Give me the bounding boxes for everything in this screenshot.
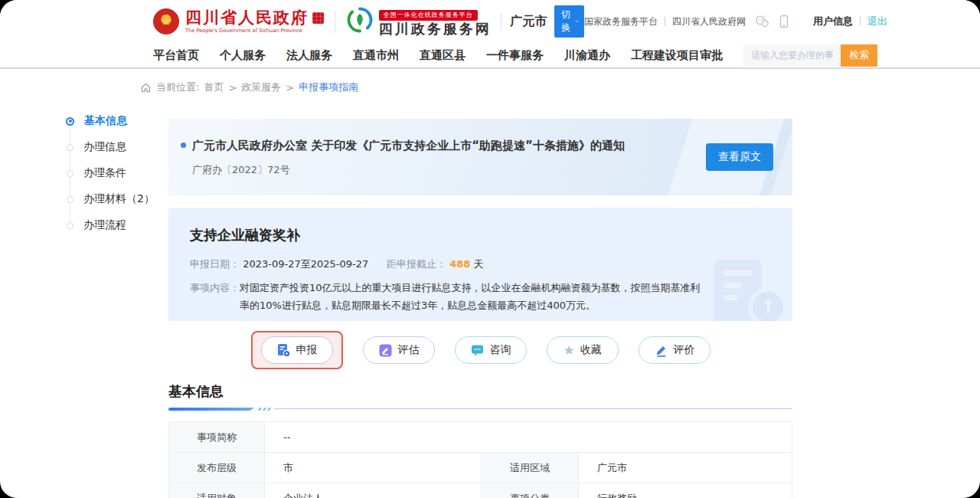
- basic-info-section-title: 基本信息: [168, 382, 792, 401]
- breadcrumb-home[interactable]: 首页: [204, 80, 224, 94]
- content-label: 事项内容：: [190, 280, 240, 315]
- search-button[interactable]: 检索: [841, 44, 877, 67]
- target-value-cell: 企业法人: [265, 483, 482, 498]
- category-label-cell: 事项分类: [482, 483, 579, 498]
- sidebar-item-conditions[interactable]: 办理条件: [66, 160, 158, 186]
- site-name: 四川政务服务网: [379, 21, 492, 38]
- chevron-down-icon: [575, 19, 579, 24]
- sidebar-item-handling-info[interactable]: 办理信息: [66, 134, 158, 160]
- action-button-row: 申报 评估 咨询 ★ 收藏: [168, 329, 792, 372]
- nav-item-legal-person[interactable]: 法人服务: [286, 48, 332, 63]
- current-city: 广元市: [510, 14, 547, 30]
- abbr-label-cell: 事项简称: [169, 422, 265, 453]
- favorite-button[interactable]: ★ 收藏: [547, 336, 619, 364]
- view-original-button[interactable]: 查看原文: [706, 143, 773, 171]
- deadline-unit: 天: [473, 258, 483, 270]
- breadcrumb-separator: >: [228, 82, 237, 93]
- region-value-cell: 广元市: [579, 453, 792, 483]
- assess-button[interactable]: 评估: [363, 336, 435, 364]
- step-icon: [67, 170, 74, 177]
- divider: [335, 10, 335, 33]
- apply-date-label: 申报日期：: [190, 258, 240, 270]
- level-label-cell: 发布层级: [169, 453, 265, 483]
- brand-area: ★ 四川省人民政府 The People's Government of Sic…: [153, 5, 584, 38]
- policy-content-row: 事项内容： 对固定资产投资10亿元以上的重大项目进行贴息支持，以企业在金融机构融…: [190, 280, 703, 315]
- declare-button[interactable]: 申报: [261, 336, 333, 364]
- breadcrumb-current: 申报事项指南: [299, 80, 358, 94]
- page: ★ 四川省人民政府 The People's Government of Sic…: [0, 0, 980, 498]
- content-text: 对固定资产投资10亿元以上的重大项目进行贴息支持，以企业在金融机构融资额为基数，…: [240, 280, 703, 315]
- sidebar-item-materials[interactable]: 办理材料（2）: [66, 186, 158, 212]
- category-value-cell: 行政奖励: [579, 483, 792, 498]
- breadcrumb-policy-service[interactable]: 政策服务: [241, 80, 281, 94]
- section-sidebar: 基本信息 办理信息 办理条件 办理材料（2） 办理流程: [66, 108, 158, 238]
- table-row: 发布层级 市 适用区域 广元市: [169, 453, 792, 483]
- sidebar-item-process[interactable]: 办理流程: [66, 212, 158, 238]
- deadline-label: 距申报截止：: [387, 258, 446, 270]
- policy-meta-row: 申报日期： 2023-09-27至2025-09-27 距申报截止： 488 天: [190, 257, 771, 271]
- breadcrumb-prefix: 当前位置:: [156, 80, 199, 94]
- seal-icon: [312, 12, 324, 24]
- service-network-text: 全国一体化在线政务服务平台 四川政务服务网: [379, 5, 492, 37]
- home-icon: [140, 82, 152, 93]
- divider: [665, 17, 665, 26]
- nav-item-personal[interactable]: 个人服务: [220, 48, 266, 63]
- consult-button[interactable]: 咨询: [455, 336, 527, 364]
- table-row: 适用对象 企业法人 事项分类 行政奖励: [169, 483, 792, 498]
- divider: [860, 17, 861, 26]
- notice-title: 广元市人民政府办公室 关于印发《广元市支持企业上市“助跑提速”十条措施》的通知: [192, 139, 625, 154]
- step-icon: [67, 144, 74, 151]
- abbr-value-cell: --: [265, 422, 792, 453]
- pencil-icon: [654, 343, 668, 358]
- top-header: ★ 四川省人民政府 The People's Government of Sic…: [0, 0, 980, 43]
- national-platform-link[interactable]: 国家政务服务平台: [584, 15, 658, 28]
- assess-icon: [378, 343, 393, 358]
- divider: [501, 13, 501, 30]
- main-content: 广元市人民政府办公室 关于印发《广元市支持企业上市“助跑提速”十条措施》的通知 …: [168, 119, 792, 498]
- search-input[interactable]: [743, 44, 841, 67]
- sidebar-item-basic-info[interactable]: 基本信息: [66, 108, 158, 134]
- declare-document-icon: [276, 343, 291, 358]
- declare-button-highlight: 申报: [251, 331, 343, 369]
- city-switch-button[interactable]: 切换: [554, 5, 584, 38]
- nav-item-construction[interactable]: 工程建设项目审批: [631, 48, 723, 63]
- policy-title: 支持企业融资奖补: [190, 226, 771, 244]
- nav-item-home[interactable]: 平台首页: [153, 48, 199, 63]
- star-icon: ★: [563, 344, 574, 357]
- apply-date-value: 2023-09-27至2025-09-27: [243, 258, 368, 270]
- service-network-logo-icon: [346, 6, 374, 37]
- banner-content: 广元市人民政府办公室 关于印发《广元市支持企业上市“助跑提速”十条措施》的通知 …: [168, 119, 792, 177]
- region-label-cell: 适用区域: [482, 453, 579, 483]
- breadcrumb-separator: >: [286, 82, 294, 93]
- review-button[interactable]: 评价: [639, 336, 710, 364]
- apply-date: 申报日期： 2023-09-27至2025-09-27: [190, 257, 387, 271]
- step-icon: [67, 222, 74, 229]
- deadline-days: 488: [449, 258, 470, 270]
- gov-name-english: The People's Government of Sichuan Provi…: [185, 28, 302, 34]
- city-switch-label: 切换: [560, 8, 571, 34]
- platform-badge: 全国一体化在线政务服务平台: [379, 10, 478, 21]
- nav-item-districts[interactable]: 直通区县: [420, 48, 466, 63]
- notice-doc-number: 广府办〔2022〕72号: [192, 163, 693, 177]
- logout-link[interactable]: 退出: [867, 15, 887, 28]
- header-utility-links: 国家政务服务平台 四川省人民政府网 用户信息 退出: [584, 15, 887, 28]
- chat-bubble-icon: [470, 343, 485, 357]
- nav-item-one-thing[interactable]: 一件事服务: [486, 48, 544, 63]
- section-title-underline: [168, 408, 792, 411]
- nav-item-cities[interactable]: 直通市州: [353, 48, 399, 63]
- search-bar: 检索: [743, 44, 877, 67]
- mobile-phone-icon[interactable]: [778, 15, 790, 28]
- gov-logo-text: 四川省人民政府 The People's Government of Sichu…: [185, 9, 309, 33]
- user-info-link[interactable]: 用户信息: [813, 15, 853, 28]
- nav-item-chuanyu[interactable]: 川渝通办: [564, 48, 610, 63]
- wechat-icon[interactable]: [754, 15, 769, 28]
- basic-info-table: 事项简称 -- 发布层级 市 适用区域 广元市 适用对象 企业法人 事项分类 行…: [168, 421, 792, 498]
- bullet-icon: [181, 143, 186, 148]
- main-navigation: 平台首页 个人服务 法人服务 直通市州 直通区县 一件事服务 川渝通办 工程建设…: [0, 43, 980, 69]
- notice-title-row: 广元市人民政府办公室 关于印发《广元市支持企业上市“助跑提速”十条措施》的通知: [181, 139, 693, 154]
- policy-summary-card: ↑ 支持企业融资奖补 申报日期： 2023-09-27至2025-09-27 距…: [168, 208, 792, 321]
- provincial-gov-link[interactable]: 四川省人民政府网: [672, 15, 746, 28]
- active-step-icon: [66, 117, 74, 126]
- breadcrumb: 当前位置: 首页 > 政策服务 > 申报事项指南: [140, 80, 358, 94]
- deadline: 距申报截止： 488 天: [387, 257, 483, 271]
